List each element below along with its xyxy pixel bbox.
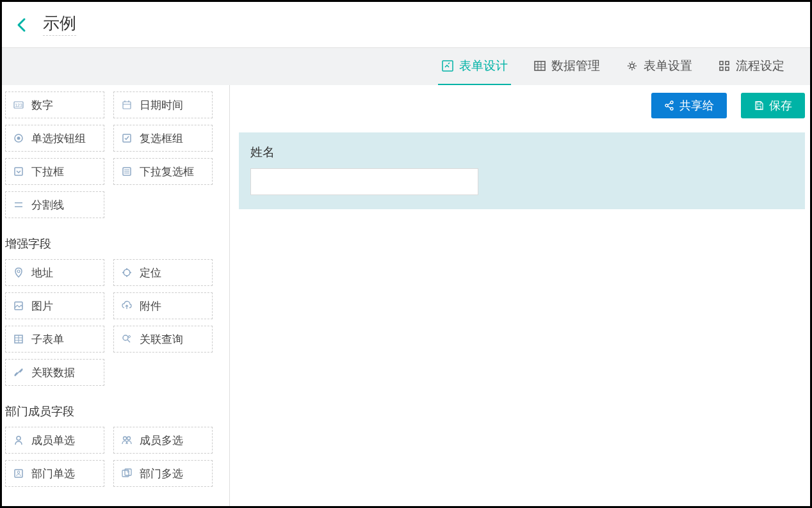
dept-multi-icon <box>120 467 133 480</box>
location-pin-icon <box>12 266 25 279</box>
svg-point-40 <box>129 336 131 338</box>
chevron-left-icon <box>16 17 26 33</box>
field-multi-select[interactable]: 下拉复选框 <box>113 158 213 185</box>
tab-form-settings[interactable]: 表单设置 <box>622 48 695 85</box>
form-field-name[interactable]: 姓名 <box>239 132 805 209</box>
field-related-data[interactable]: 关联数据 <box>5 359 104 386</box>
svg-rect-8 <box>726 61 729 65</box>
svg-line-53 <box>668 106 670 108</box>
field-dept-single[interactable]: 部门单选 <box>5 460 104 487</box>
svg-rect-55 <box>757 106 761 109</box>
link-search-icon <box>120 333 133 345</box>
svg-rect-10 <box>726 67 729 70</box>
basic-fields-grid: 123 数字 日期时间 单选按钮组 复选框组 <box>5 91 223 218</box>
field-dept-multi[interactable]: 部门多选 <box>113 460 213 487</box>
svg-rect-1 <box>535 61 545 70</box>
svg-text:123: 123 <box>15 103 22 107</box>
button-label: 保存 <box>769 98 792 113</box>
section-member-title: 部门成员字段 <box>5 404 223 419</box>
target-icon <box>120 266 133 279</box>
save-icon <box>754 100 764 111</box>
canvas-area: 共享给 保存 姓名 <box>230 85 810 506</box>
svg-point-27 <box>17 270 20 273</box>
divider-icon <box>12 198 25 211</box>
save-button[interactable]: 保存 <box>741 93 805 118</box>
field-select[interactable]: 下拉框 <box>5 158 104 185</box>
field-label: 子表单 <box>31 332 64 347</box>
field-label: 附件 <box>140 299 161 314</box>
tab-data-manage[interactable]: 数据管理 <box>530 48 603 85</box>
field-subform[interactable]: 子表单 <box>5 326 104 353</box>
field-related-query[interactable]: 关联查询 <box>113 326 213 353</box>
user-icon <box>12 434 25 447</box>
field-number[interactable]: 123 数字 <box>5 91 104 118</box>
tabs: 表单设计 数据管理 表单设置 流程设定 <box>438 48 788 85</box>
tab-bar: 表单设计 数据管理 表单设置 流程设定 <box>2 48 810 85</box>
field-member-single[interactable]: 成员单选 <box>5 427 104 454</box>
svg-point-50 <box>665 104 668 107</box>
field-datetime[interactable]: 日期时间 <box>113 91 213 118</box>
svg-point-45 <box>17 471 20 473</box>
svg-point-28 <box>124 269 130 276</box>
tab-label: 表单设置 <box>644 58 692 74</box>
svg-rect-7 <box>720 61 723 65</box>
svg-point-41 <box>17 436 20 440</box>
svg-rect-13 <box>123 102 131 109</box>
upload-icon <box>120 299 133 312</box>
flow-icon <box>718 60 731 72</box>
svg-point-49 <box>670 101 673 104</box>
calendar-icon <box>120 99 133 111</box>
form-field-input[interactable] <box>250 168 478 195</box>
tab-label: 数据管理 <box>551 58 600 74</box>
field-label: 复选框组 <box>140 131 183 146</box>
field-label: 日期时间 <box>140 98 183 113</box>
field-label: 下拉复选框 <box>140 164 194 179</box>
dept-icon <box>12 467 25 480</box>
field-image[interactable]: 图片 <box>5 292 104 319</box>
field-radio-group[interactable]: 单选按钮组 <box>5 125 104 152</box>
image-icon <box>12 299 25 312</box>
field-label: 成员单选 <box>31 433 75 448</box>
field-attachment[interactable]: 附件 <box>113 292 213 319</box>
field-divider[interactable]: 分割线 <box>5 191 104 218</box>
tab-label: 流程设定 <box>736 58 784 74</box>
svg-line-52 <box>668 103 670 105</box>
gear-icon <box>626 60 638 72</box>
svg-point-51 <box>670 107 673 110</box>
tab-label: 表单设计 <box>459 58 508 74</box>
svg-point-48 <box>127 471 129 473</box>
dropdown-icon <box>12 165 25 178</box>
share-icon <box>664 100 674 111</box>
svg-point-6 <box>630 64 634 68</box>
svg-rect-9 <box>720 67 723 70</box>
share-button[interactable]: 共享给 <box>651 93 727 118</box>
field-location[interactable]: 定位 <box>113 259 213 286</box>
header: 示例 <box>2 2 810 48</box>
grid-icon <box>533 60 546 72</box>
tab-form-design[interactable]: 表单设计 <box>438 48 511 85</box>
field-label: 图片 <box>31 299 53 314</box>
field-checkbox-group[interactable]: 复选框组 <box>113 125 213 152</box>
field-label: 定位 <box>140 266 161 280</box>
field-label: 分割线 <box>31 198 64 212</box>
page-title[interactable]: 示例 <box>43 13 76 36</box>
back-button[interactable] <box>13 17 29 33</box>
section-enhanced-title: 增强字段 <box>5 236 223 251</box>
field-label: 单选按钮组 <box>31 131 86 146</box>
svg-rect-20 <box>15 168 22 175</box>
link-icon <box>12 366 25 379</box>
svg-point-38 <box>123 335 128 340</box>
sidebar: 123 数字 日期时间 单选按钮组 复选框组 <box>2 85 230 506</box>
field-address[interactable]: 地址 <box>5 259 104 286</box>
field-label: 成员多选 <box>140 433 183 448</box>
tab-flow-settings[interactable]: 流程设定 <box>715 48 788 85</box>
field-label: 数字 <box>31 98 53 113</box>
edit-icon <box>441 60 454 72</box>
field-member-multi[interactable]: 成员多选 <box>113 427 213 454</box>
content-area: 123 数字 日期时间 单选按钮组 复选框组 <box>2 85 810 506</box>
field-label: 部门多选 <box>140 466 183 481</box>
svg-point-43 <box>127 437 131 440</box>
field-label: 下拉框 <box>31 164 64 179</box>
field-label: 部门单选 <box>31 466 75 481</box>
form-field-label: 姓名 <box>250 144 793 161</box>
